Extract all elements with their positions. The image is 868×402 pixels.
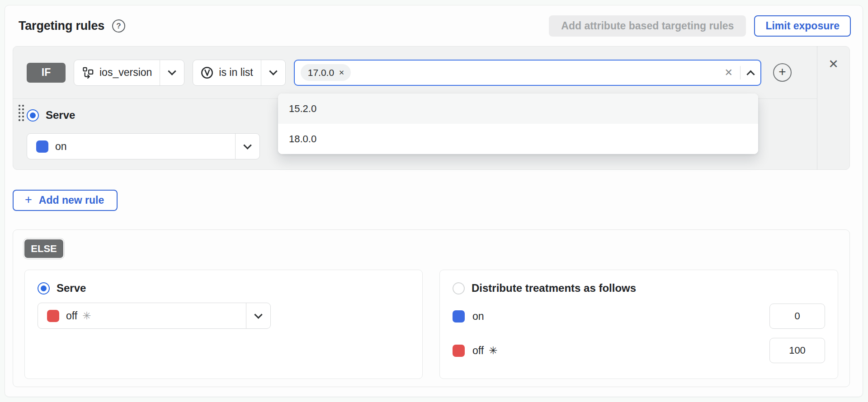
rule-condition-row: IF ios_version xyxy=(13,47,817,99)
limit-exposure-button[interactable]: Limit exposure xyxy=(754,15,851,37)
distribute-label: Distribute treatments as follows xyxy=(472,282,636,294)
clear-values-icon[interactable]: ✕ xyxy=(725,68,733,78)
default-treatment-marker-icon: ✳ xyxy=(82,310,91,322)
default-serve-label: Serve xyxy=(57,282,86,294)
distribute-treatments-card: Distribute treatments as follows on off … xyxy=(439,270,838,379)
treatment-select[interactable]: on xyxy=(27,133,260,159)
chip-remove-icon[interactable]: ✕ xyxy=(339,69,344,77)
panel-header: Targeting rules ? Add attribute based ta… xyxy=(5,5,863,37)
value-chip[interactable]: 17.0.0 ✕ xyxy=(301,64,351,81)
value-chip-label: 17.0.0 xyxy=(308,67,334,78)
targeting-rules-panel: Targeting rules ? Add attribute based ta… xyxy=(5,5,863,397)
if-badge: IF xyxy=(27,63,66,83)
page-title: Targeting rules xyxy=(19,19,104,33)
treatment-off-swatch xyxy=(453,345,465,357)
help-icon[interactable]: ? xyxy=(112,19,125,33)
chevron-down-icon xyxy=(269,67,277,75)
matcher-select[interactable]: is in list xyxy=(193,60,285,86)
default-treatment-marker-icon: ✳ xyxy=(489,345,497,357)
treatment-select-value: on xyxy=(55,140,67,153)
percent-input-on[interactable] xyxy=(769,304,825,329)
values-options-menu: 15.2.0 18.0.0 xyxy=(278,93,758,154)
distribute-radio[interactable] xyxy=(453,282,465,294)
drag-handle-icon[interactable] xyxy=(18,104,25,122)
default-treatment-select-value: off xyxy=(66,310,77,322)
chevron-down-icon xyxy=(168,67,176,75)
attribute-select[interactable]: ios_version xyxy=(74,60,184,86)
serve-label: Serve xyxy=(46,109,75,122)
matcher-version-icon xyxy=(201,66,213,79)
menu-option[interactable]: 18.0.0 xyxy=(278,124,758,154)
chevron-down-icon xyxy=(254,310,262,318)
distribute-row-on: on xyxy=(453,304,825,329)
add-value-icon[interactable]: + xyxy=(773,63,792,82)
default-serve-card: Serve off ✳ xyxy=(24,270,423,379)
targeting-rule-row: ✕ IF ios_version xyxy=(13,46,850,170)
remove-rule-icon[interactable]: ✕ xyxy=(828,58,839,169)
attribute-icon xyxy=(82,66,94,79)
treatment-on-swatch xyxy=(36,140,48,153)
rule-close-column: ✕ xyxy=(817,47,849,169)
menu-option[interactable]: 15.2.0 xyxy=(278,93,758,124)
add-new-rule-button[interactable]: + Add new rule xyxy=(13,190,118,211)
attribute-select-value: ios_version xyxy=(99,66,152,79)
treatment-off-swatch xyxy=(47,310,59,322)
else-badge: ELSE xyxy=(24,239,63,258)
default-rule-section: ELSE Serve off ✳ Distribute treatments a… xyxy=(13,229,850,387)
add-new-rule-label: Add new rule xyxy=(39,194,104,206)
distribute-row-off: off ✳ xyxy=(453,338,825,363)
default-serve-radio[interactable] xyxy=(38,282,50,294)
values-multiselect-input[interactable]: 17.0.0 ✕ ✕ xyxy=(294,60,761,86)
chevron-down-icon xyxy=(243,141,251,149)
distribute-row-label: on xyxy=(472,310,484,323)
percent-input-off[interactable] xyxy=(769,338,825,363)
rule-serve-section: Serve on xyxy=(27,109,260,159)
default-treatment-select[interactable]: off ✳ xyxy=(38,303,271,329)
add-attribute-rules-button[interactable]: Add attribute based targeting rules xyxy=(549,15,746,37)
chevron-up-icon[interactable] xyxy=(746,70,755,79)
treatment-on-swatch xyxy=(453,310,465,323)
plus-icon: + xyxy=(25,194,32,207)
matcher-select-value: is in list xyxy=(219,66,253,79)
distribute-row-label: off xyxy=(472,345,484,357)
serve-radio[interactable] xyxy=(27,109,39,122)
